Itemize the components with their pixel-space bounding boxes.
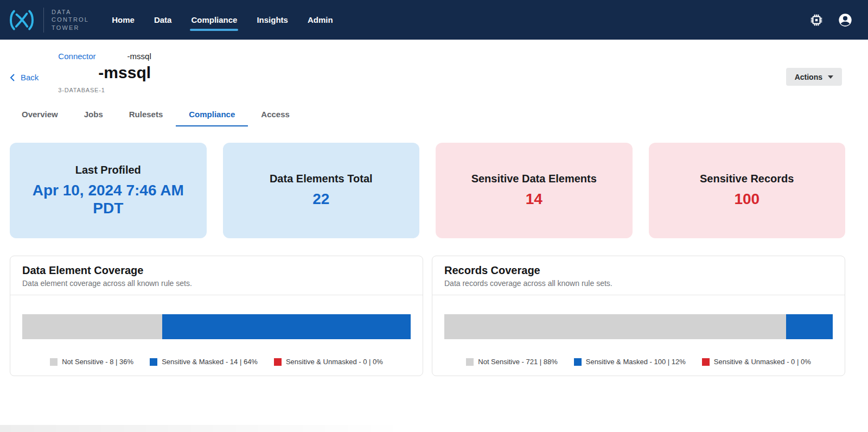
nav-item-home[interactable]: Home: [112, 12, 135, 28]
legend-item-sensitive-unmasked: Sensitive & Unmasked - 0 | 0%: [702, 358, 811, 366]
stat-card-value: 100: [734, 190, 760, 208]
nav-item-insights[interactable]: Insights: [257, 12, 288, 28]
legend-item-not-sensitive: Not Sensitive - 8 | 36%: [50, 358, 133, 366]
stat-cards: Last Profiled Apr 10, 2024 7:46 AM PDT D…: [10, 143, 845, 238]
panel-header: Data Element Coverage Data element cover…: [10, 256, 423, 295]
nav-item-compliance[interactable]: Compliance: [191, 12, 237, 28]
delphix-logo-icon: [8, 8, 36, 32]
account-circle-icon: [838, 12, 853, 28]
bottom-shadow: [0, 425, 404, 432]
title-block: Connector -mssql -mssql 3-DATABASE-1: [58, 50, 151, 93]
legend-swatch: [50, 358, 58, 366]
legend-swatch: [574, 358, 582, 366]
legend-swatch: [274, 358, 282, 366]
tab-compliance[interactable]: Compliance: [176, 102, 248, 126]
brand-divider: [43, 8, 44, 33]
detail-tabs: Overview Jobs Rulesets Compliance Access: [0, 102, 868, 126]
caret-down-icon: [828, 75, 833, 79]
nav-active-underline: [190, 29, 238, 31]
nav-item-data[interactable]: Data: [154, 12, 172, 28]
stacked-bar-chart: [444, 314, 833, 339]
legend-item-not-sensitive: Not Sensitive - 721 | 88%: [466, 358, 557, 366]
legend-item-sensitive-masked: Sensitive & Masked - 100 | 12%: [574, 358, 686, 366]
panel-header: Records Coverage Data records coverage a…: [432, 256, 845, 295]
account-button[interactable]: [837, 11, 854, 29]
chip-icon: [809, 13, 824, 27]
stat-card-last-profiled: Last Profiled Apr 10, 2024 7:46 AM PDT: [10, 143, 207, 238]
bar-segment-not-sensitive: [444, 314, 786, 339]
legend-label: Not Sensitive - 721 | 88%: [478, 358, 557, 366]
breadcrumb-connector-link[interactable]: Connector: [58, 52, 95, 61]
main-nav: Home Data Compliance Insights Admin: [112, 12, 333, 28]
legend-item-sensitive-unmasked: Sensitive & Unmasked - 0 | 0%: [274, 358, 383, 366]
tab-jobs[interactable]: Jobs: [71, 102, 116, 126]
legend-label: Sensitive & Unmasked - 0 | 0%: [714, 358, 811, 366]
legend-swatch: [150, 358, 157, 366]
chart-legend: Not Sensitive - 721 | 88% Sensitive & Ma…: [444, 358, 833, 366]
brand-wordmark: DATA CONTROL TOWER: [52, 8, 89, 32]
stat-card-title: Last Profiled: [75, 164, 141, 176]
stat-card-value: 22: [312, 190, 329, 208]
legend-label: Not Sensitive - 8 | 36%: [62, 358, 133, 366]
legend-swatch: [466, 358, 474, 366]
stat-card-title: Sensitive Data Elements: [471, 173, 597, 185]
chevron-left-icon: [10, 73, 15, 82]
page-subtitle: 3-DATABASE-1: [58, 87, 151, 93]
back-link[interactable]: Back: [10, 73, 39, 82]
stat-card-title: Sensitive Records: [700, 173, 794, 185]
legend-label: Sensitive & Masked - 14 | 64%: [162, 358, 258, 366]
legend-item-sensitive-masked: Sensitive & Masked - 14 | 64%: [150, 358, 258, 366]
data-element-coverage-panel: Data Element Coverage Data element cover…: [10, 256, 423, 376]
chip-settings-button[interactable]: [808, 12, 825, 28]
stat-card-sensitive-records: Sensitive Records 100: [649, 143, 846, 238]
tab-access[interactable]: Access: [248, 102, 303, 126]
actions-button[interactable]: Actions: [786, 68, 842, 86]
panel-subtitle: Data records coverage across all known r…: [444, 279, 833, 288]
bar-segment-not-sensitive: [22, 314, 162, 339]
page-header: Back Connector -mssql -mssql 3-DATABASE-…: [0, 40, 868, 97]
nav-item-admin[interactable]: Admin: [308, 12, 333, 28]
chart-legend: Not Sensitive - 8 | 36% Sensitive & Mask…: [22, 358, 411, 366]
panel-title: Data Element Coverage: [22, 264, 411, 277]
stat-card-title: Data Elements Total: [270, 173, 373, 185]
top-navbar: DATA CONTROL TOWER Home Data Compliance …: [0, 0, 868, 40]
legend-swatch: [702, 358, 710, 366]
bar-segment-sensitive-masked: [786, 314, 833, 339]
navbar-right: [808, 11, 854, 29]
legend-label: Sensitive & Unmasked - 0 | 0%: [286, 358, 383, 366]
coverage-panels: Data Element Coverage Data element cover…: [10, 256, 845, 376]
stat-card-value: 14: [526, 190, 542, 208]
breadcrumb: Connector -mssql: [58, 52, 151, 61]
panel-body: Not Sensitive - 8 | 36% Sensitive & Mask…: [10, 314, 423, 366]
stacked-bar-chart: [22, 314, 411, 339]
tab-active-underline: [176, 125, 248, 126]
stat-card-data-elements-total: Data Elements Total 22: [223, 143, 420, 238]
stat-card-sensitive-data-elements: Sensitive Data Elements 14: [436, 143, 633, 238]
panel-title: Records Coverage: [444, 264, 833, 277]
legend-label: Sensitive & Masked - 100 | 12%: [586, 358, 686, 366]
stat-card-value: Apr 10, 2024 7:46 AM PDT: [24, 182, 193, 217]
records-coverage-panel: Records Coverage Data records coverage a…: [432, 256, 845, 376]
tab-overview[interactable]: Overview: [9, 102, 71, 126]
brand[interactable]: DATA CONTROL TOWER: [8, 8, 89, 33]
tab-rulesets[interactable]: Rulesets: [116, 102, 176, 126]
page-title: -mssql: [98, 63, 151, 82]
breadcrumb-current: -mssql: [127, 52, 151, 61]
panel-subtitle: Data element coverage across all known r…: [22, 279, 411, 288]
bar-segment-sensitive-masked: [162, 314, 411, 339]
panel-body: Not Sensitive - 721 | 88% Sensitive & Ma…: [432, 314, 845, 366]
